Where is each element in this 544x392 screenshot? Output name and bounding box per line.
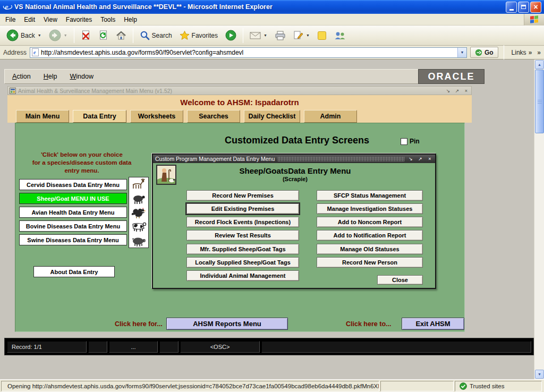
sfcp-status-management-button[interactable]: SFCP Status Management (317, 190, 423, 201)
instruction-line: 'Click' below on your choice (23, 151, 141, 159)
reports-caption: Click here for... (115, 320, 163, 328)
menu-view[interactable]: View (39, 14, 62, 25)
favorites-button[interactable]: Favorites (176, 28, 221, 42)
welcome-banner: Welcome to AHSM: Ispadarotrn (7, 95, 472, 109)
edit-existing-premises-button[interactable]: Edit Existing Premises (186, 203, 299, 214)
vertical-scrollbar[interactable]: ▲ ▼ (534, 59, 544, 379)
deer-icon (129, 177, 148, 191)
search-button[interactable]: Search (137, 28, 175, 42)
links-button[interactable]: Links » (509, 49, 534, 56)
osc-indicator: <OSC> (180, 341, 260, 353)
record-flock-events-button[interactable]: Record Flock Events (Inspections) (186, 217, 299, 227)
about-data-entry-button[interactable]: About Data Entry (33, 266, 115, 277)
sheep-icon (129, 191, 148, 205)
stop-icon (81, 30, 91, 40)
record-new-person-button[interactable]: Record New Person (317, 257, 423, 268)
address-dropdown-button[interactable]: ▼ (457, 48, 466, 57)
print-button[interactable] (271, 29, 289, 42)
forward-button[interactable]: ▼ (46, 27, 71, 44)
menu-tools[interactable]: Tools (96, 14, 120, 25)
individual-animal-management-button[interactable]: Individual Animal Management (186, 270, 299, 281)
cervid-menu-button[interactable]: Cervid Diseases Data Entry Menu (19, 179, 127, 190)
refresh-button[interactable] (95, 28, 112, 42)
menu-favorites[interactable]: Favorites (62, 14, 96, 25)
go-button[interactable]: Go (470, 47, 498, 58)
search-label: Search (152, 32, 172, 39)
scroll-up-button[interactable]: ▲ (535, 60, 544, 69)
dialog-collapse-button[interactable]: ↘ (407, 156, 414, 161)
security-zone-cell: Trusted sites (455, 381, 542, 391)
oracle-logo: ORACLE (418, 69, 484, 84)
maximize-button[interactable] (518, 2, 529, 13)
bovine-menu-button[interactable]: Bovine Diseases Data Entry Menu (19, 220, 127, 232)
tab-main-menu[interactable]: Main Menu (16, 110, 69, 123)
dialog-title-bar[interactable]: Custom Program Management Data Entry Men… (153, 155, 435, 163)
scrollbar-thumb[interactable] (535, 70, 544, 133)
toolbar-separator (243, 28, 243, 43)
mail-dropdown-icon[interactable]: ▼ (264, 33, 267, 37)
oracle-menu-bar: Action Help Window (4, 69, 484, 84)
mdi-collapse-button[interactable]: ↘ (445, 88, 452, 93)
people-icon (334, 31, 346, 40)
back-dropdown-icon[interactable]: ▼ (38, 33, 41, 37)
page-icon: e (32, 48, 39, 56)
status-segment (159, 341, 178, 353)
shepherd-icon (156, 165, 176, 185)
tab-data-entry[interactable]: Data Entry (73, 110, 126, 123)
pin-control: Pin (401, 138, 420, 145)
dialog-expand-button[interactable]: ↗ (417, 156, 423, 161)
menu-file[interactable]: File (1, 14, 20, 25)
browser-toolbar: Back ▼ ▼ Search Favorites (0, 25, 544, 46)
dialog-close-button[interactable]: Close (377, 275, 423, 285)
manage-old-statuses-button[interactable]: Manage Old Statuses (317, 244, 423, 254)
mfr-supplied-tags-button[interactable]: Mfr. Supplied Sheep/Goat Tags (186, 244, 299, 254)
address-input[interactable]: e http://ahsmdevtest.aphis.usda.gov/form… (30, 47, 467, 58)
add-to-notification-report-button[interactable]: Add to Notification Report (317, 230, 423, 241)
stop-button[interactable] (78, 28, 94, 42)
oracle-menu-window[interactable]: Window (70, 73, 93, 80)
svg-text:e: e (5, 3, 8, 11)
swine-menu-button[interactable]: Swine Diseases Data Entry Menu (19, 234, 127, 245)
messenger-button[interactable] (314, 29, 330, 42)
oracle-menu-action[interactable]: Action (12, 73, 31, 80)
manage-investigation-statuses-button[interactable]: Manage Investigation Statuses (317, 203, 423, 214)
address-label: Address (3, 49, 27, 56)
menu-edit[interactable]: Edit (20, 14, 39, 25)
tab-daily-checklist[interactable]: Daily Checklist (244, 110, 300, 123)
toolbar-overflow-chevron-icon[interactable]: » (537, 49, 541, 56)
avian-menu-button[interactable]: Avian Health Data Entry Menu (19, 207, 127, 218)
forward-dropdown-icon[interactable]: ▼ (64, 33, 67, 37)
locally-supplied-tags-button[interactable]: Locally Supplied Sheep/Goat Tags (186, 257, 299, 268)
sheep-goat-menu-button[interactable]: Sheep/Goat MENU IN USE (19, 193, 127, 204)
menu-help[interactable]: Help (120, 14, 141, 25)
home-button[interactable] (113, 28, 130, 42)
ahsm-reports-menu-button[interactable]: AHSM Reports Menu (166, 318, 288, 330)
discuss-button[interactable] (331, 29, 349, 42)
review-test-results-button[interactable]: Review Test Results (186, 230, 299, 241)
tab-searches[interactable]: Searches (187, 110, 240, 123)
address-bar: Address e http://ahsmdevtest.aphis.usda.… (0, 46, 544, 59)
tab-strip: Main Menu Data Entry Worksheets Searches… (7, 109, 472, 123)
mail-button[interactable]: ▼ (246, 29, 270, 42)
pig-icon (129, 234, 148, 248)
pin-checkbox[interactable] (401, 138, 407, 145)
mdi-close-button[interactable]: × (463, 88, 470, 93)
mdi-window-title: Animal Health & Surveillance Management … (18, 88, 443, 94)
scroll-down-button[interactable]: ▼ (535, 370, 544, 379)
close-button[interactable]: × (530, 2, 541, 13)
media-button[interactable] (222, 28, 240, 43)
edit-dropdown-icon[interactable]: ▼ (306, 33, 310, 37)
edit-button[interactable]: ▼ (290, 28, 313, 42)
minimize-button[interactable] (506, 2, 517, 13)
back-button[interactable]: Back ▼ (3, 27, 45, 44)
oracle-menu-help[interactable]: Help (44, 73, 57, 80)
add-to-noncom-report-button[interactable]: Add to Noncom Report (317, 217, 423, 227)
toolbar-separator (504, 45, 504, 60)
dialog-close-x-button[interactable]: × (427, 156, 433, 161)
record-new-premises-button[interactable]: Record New Premises (186, 190, 299, 201)
tab-admin[interactable]: Admin (304, 110, 357, 123)
tab-worksheets[interactable]: Worksheets (130, 110, 183, 123)
exit-ahsm-button[interactable]: Exit AHSM (402, 318, 464, 330)
mdi-expand-button[interactable]: ↗ (454, 88, 461, 93)
instruction-line: for a species/disease custom data (23, 159, 141, 167)
